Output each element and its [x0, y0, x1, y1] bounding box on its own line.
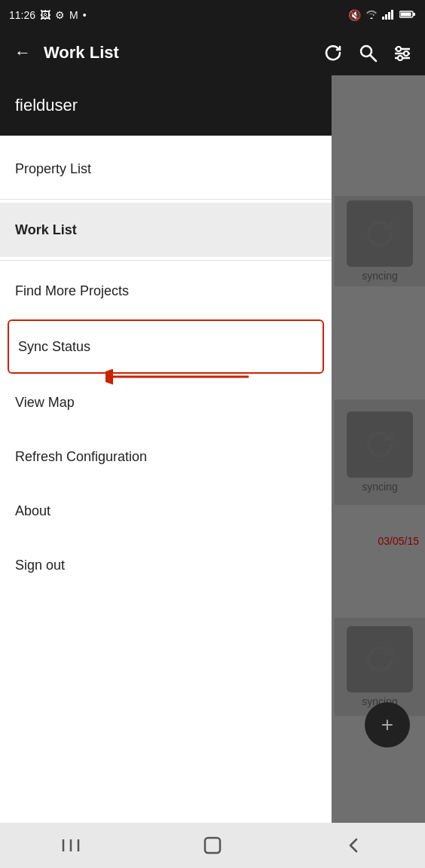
- filter-button[interactable]: [389, 39, 416, 66]
- svg-rect-5: [413, 13, 415, 16]
- svg-rect-0: [382, 17, 384, 20]
- status-right: 🔇: [348, 9, 416, 22]
- navigation-drawer: fielduser Property List Work List Find M…: [0, 75, 332, 823]
- back-nav-button[interactable]: [332, 830, 377, 860]
- recents-button[interactable]: [48, 830, 93, 860]
- wifi-icon: [365, 9, 378, 22]
- menu-item-refresh-configuration[interactable]: Refresh Configuration: [0, 429, 332, 484]
- battery-icon: [399, 9, 416, 21]
- menu-item-view-map[interactable]: View Map: [0, 375, 332, 429]
- svg-point-7: [361, 46, 371, 57]
- svg-rect-20: [205, 838, 220, 853]
- mute-icon: 🔇: [348, 9, 361, 21]
- signal-icon: [382, 9, 396, 22]
- username-label: fielduser: [15, 96, 78, 115]
- svg-rect-3: [391, 10, 393, 20]
- svg-point-13: [404, 51, 408, 56]
- app-bar: ← Work List: [0, 30, 425, 75]
- status-bar: 11:26 🖼 ⚙ M • 🔇: [0, 0, 425, 30]
- svg-point-12: [396, 47, 401, 51]
- status-left: 11:26 🖼 ⚙ M •: [9, 9, 87, 21]
- menu-item-about[interactable]: About: [0, 484, 332, 538]
- menu-item-work-list[interactable]: Work List: [0, 203, 332, 257]
- refresh-button[interactable]: [320, 39, 347, 66]
- image-icon: 🖼: [40, 9, 50, 21]
- time-display: 11:26: [9, 9, 35, 21]
- drawer-header: fielduser: [0, 75, 332, 136]
- svg-point-14: [398, 56, 402, 60]
- settings-icon: ⚙: [55, 9, 65, 21]
- svg-line-8: [371, 56, 376, 61]
- bottom-nav: [0, 823, 425, 868]
- divider-1: [0, 199, 332, 200]
- menu-item-property-list[interactable]: Property List: [0, 142, 332, 196]
- svg-rect-1: [385, 14, 387, 20]
- divider-2: [0, 260, 332, 261]
- svg-rect-6: [401, 13, 411, 17]
- menu-item-sync-status[interactable]: Sync Status: [8, 319, 324, 374]
- page-title: Work List: [44, 43, 312, 63]
- svg-rect-2: [388, 12, 390, 20]
- search-button[interactable]: [354, 39, 381, 66]
- dot-icon: •: [83, 9, 87, 21]
- gmail-icon: M: [69, 9, 78, 21]
- drawer-menu: Property List Work List Find More Projec…: [0, 136, 332, 823]
- menu-item-sign-out[interactable]: Sign out: [0, 538, 332, 592]
- home-button[interactable]: [190, 830, 235, 860]
- back-button[interactable]: ←: [9, 39, 36, 66]
- menu-item-find-more-projects[interactable]: Find More Projects: [0, 264, 332, 318]
